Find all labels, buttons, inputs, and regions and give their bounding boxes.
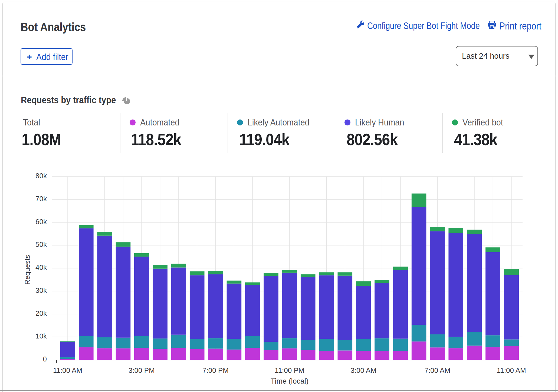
svg-text:20k: 20k [35,309,47,317]
svg-text:Time (local): Time (local) [271,377,308,385]
svg-text:60k: 60k [35,218,47,226]
svg-text:3:00 PM: 3:00 PM [129,366,155,374]
svg-text:Requests: Requests [23,255,31,285]
svg-text:11:00 AM: 11:00 AM [497,366,526,374]
svg-text:40k: 40k [35,263,47,271]
svg-text:10k: 10k [35,332,47,340]
svg-text:30k: 30k [35,286,47,294]
svg-text:50k: 50k [35,240,47,248]
svg-text:11:00 AM: 11:00 AM [53,366,82,374]
svg-text:7:00 PM: 7:00 PM [202,366,229,374]
svg-text:70k: 70k [35,195,47,203]
svg-text:7:00 AM: 7:00 AM [425,366,450,374]
svg-text:80k: 80k [35,172,47,180]
svg-text:11:00 PM: 11:00 PM [275,366,304,374]
svg-text:0: 0 [43,355,47,363]
svg-text:3:00 AM: 3:00 AM [350,366,376,374]
